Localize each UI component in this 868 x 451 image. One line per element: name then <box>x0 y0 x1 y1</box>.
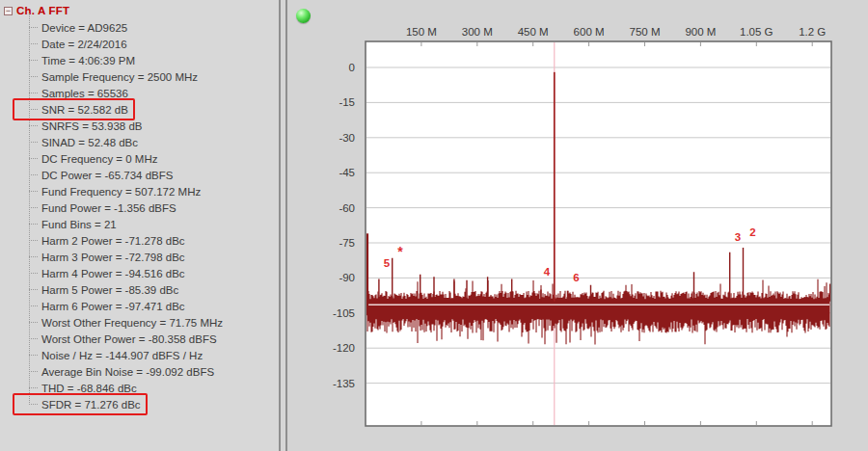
tree-connector <box>29 109 38 110</box>
tree-item[interactable]: Fund Frequency = 507.172 MHz <box>0 183 279 199</box>
x-axis-tick-label: 150 M <box>406 26 437 38</box>
x-axis-tick-label: 300 M <box>462 26 493 38</box>
panel-splitter[interactable] <box>279 0 287 451</box>
tree-item[interactable]: DC Frequency = 0 MHz <box>0 150 279 167</box>
tree-item[interactable]: SINAD = 52.48 dBc <box>0 134 279 150</box>
x-axis-tick-label: 450 M <box>518 26 549 38</box>
y-axis-tick-label: -120 <box>333 342 355 354</box>
fft-spectrum-chart[interactable]: 0-15-30-45-60-75-90-105-120-135150 M300 … <box>287 0 868 451</box>
tree-item[interactable]: Noise / Hz = -144.907 dBFS / Hz <box>0 347 279 363</box>
tree-item[interactable]: Harm 3 Power = -72.798 dBc <box>0 249 279 265</box>
plot-area <box>366 41 831 426</box>
tree-connector <box>29 93 38 93</box>
x-axis-tick-label: 1.2 G <box>799 26 826 38</box>
tree-connector <box>29 207 38 208</box>
tree-item-label: SINAD = 52.48 dBc <box>41 136 138 148</box>
tree-connector <box>29 355 38 356</box>
tree-collapse-icon[interactable]: − <box>4 7 13 15</box>
tree-item-label: Fund Frequency = 507.172 MHz <box>41 185 201 198</box>
y-axis-tick-label: -60 <box>339 202 355 214</box>
tree-item[interactable]: Time = 4:06:39 PM <box>0 52 279 68</box>
x-axis-tick-label: 600 M <box>574 26 605 38</box>
y-axis-tick-label: -135 <box>333 378 355 389</box>
tree-item-label: DC Frequency = 0 MHz <box>41 152 157 165</box>
tree-item[interactable]: Average Bin Noise = -99.092 dBFS <box>0 363 279 380</box>
harmonic-marker-label: 2 <box>749 226 755 238</box>
harmonic-marker-label: 4 <box>544 266 551 278</box>
tree-item-label: Average Bin Noise = -99.092 dBFS <box>41 365 214 378</box>
status-led-icon <box>296 9 311 23</box>
tree-item[interactable]: Date = 2/24/2016 <box>0 36 279 52</box>
tree-item[interactable]: SNR = 52.582 dB <box>0 101 279 118</box>
tree-item[interactable]: Device = AD9625 <box>0 19 279 36</box>
tree-item-label: Device = AD9625 <box>41 21 127 34</box>
tree-item[interactable]: Harm 6 Power = -97.471 dBc <box>0 298 279 314</box>
tree-connector <box>29 371 38 372</box>
tree-root-row: − Ch. A FFT <box>0 0 279 19</box>
tree-item-label: Harm 4 Power = -94.516 dBc <box>41 267 185 279</box>
tree-connector <box>29 273 38 274</box>
tree-connector <box>29 125 38 126</box>
highlight-box: SFDR = 71.276 dBc <box>13 393 148 415</box>
y-axis-tick-label: -75 <box>339 237 355 249</box>
tree-connector <box>29 60 38 61</box>
tree-connector <box>29 191 38 192</box>
tree-item-label: Harm 6 Power = -97.471 dBc <box>41 300 185 312</box>
tree-item[interactable]: Fund Power = -1.356 dBFS <box>0 199 279 216</box>
tree-item-label: Fund Power = -1.356 dBFS <box>41 201 176 214</box>
fft-results-panel: − Ch. A FFT Device = AD9625Date = 2/24/2… <box>0 0 279 451</box>
tree-item-label: Sample Frequency = 2500 MHz <box>41 70 198 83</box>
x-axis-tick-label: 1.05 G <box>740 26 773 38</box>
tree-connector <box>29 76 38 77</box>
tree-connector <box>29 404 38 405</box>
tree-item-label: Fund Bins = 21 <box>41 218 117 230</box>
tree-connector <box>29 305 38 306</box>
fft-analyzer-window: − Ch. A FFT Device = AD9625Date = 2/24/2… <box>0 0 868 451</box>
tree-connector <box>29 27 38 28</box>
y-axis-tick-label: 0 <box>349 62 355 73</box>
tree-item-label: SNRFS = 53.938 dB <box>41 119 143 132</box>
x-axis-tick-label: 750 M <box>630 26 661 38</box>
tree-connector <box>29 256 38 257</box>
tree-item[interactable]: Worst Other Power = -80.358 dBFS <box>0 331 279 347</box>
x-axis-tick-label: 900 M <box>685 26 716 38</box>
tree-connector <box>29 338 38 339</box>
harmonic-marker-label: * <box>397 244 403 259</box>
y-axis-tick-label: -30 <box>339 132 355 144</box>
tree-item-label: DC Power = -65.734 dBFS <box>41 169 173 181</box>
fft-chart-panel: 0-15-30-45-60-75-90-105-120-135150 M300 … <box>287 0 868 451</box>
y-axis-tick-label: -15 <box>339 96 355 108</box>
tree-connector <box>29 174 38 175</box>
tree-connector <box>29 158 38 159</box>
harmonic-marker-label: 6 <box>573 272 579 283</box>
highlight-box: SNR = 52.582 dB <box>13 98 135 120</box>
tree-connector <box>29 224 38 225</box>
tree-item[interactable]: Sample Frequency = 2500 MHz <box>0 68 279 85</box>
tree-item[interactable]: Harm 4 Power = -94.516 dBc <box>0 265 279 281</box>
tree-item-label: SNR = 52.582 dB <box>41 103 128 116</box>
fft-results-list: Device = AD9625Date = 2/24/2016Time = 4:… <box>0 19 279 412</box>
tree-connector <box>29 387 38 388</box>
tree-item[interactable]: Harm 2 Power = -71.278 dBc <box>0 232 279 249</box>
tree-item[interactable]: Harm 5 Power = -85.39 dBc <box>0 281 279 298</box>
tree-connector <box>29 289 38 290</box>
tree-item[interactable]: DC Power = -65.734 dBFS <box>0 167 279 183</box>
tree-item-label: Worst Other Power = -80.358 dBFS <box>41 332 217 345</box>
tree-item-label: Time = 4:06:39 PM <box>41 54 135 66</box>
tree-item-label: Harm 5 Power = -85.39 dBc <box>41 283 178 296</box>
tree-item[interactable]: SFDR = 71.276 dBc <box>0 396 279 412</box>
harmonic-marker-label: 3 <box>735 231 741 243</box>
fft-tree-root-label[interactable]: Ch. A FFT <box>16 5 69 16</box>
tree-item-label: Worst Other Frequency = 71.75 MHz <box>41 316 223 329</box>
tree-item-label: SFDR = 71.276 dBc <box>41 398 141 411</box>
tree-item[interactable]: Worst Other Frequency = 71.75 MHz <box>0 314 279 331</box>
tree-connector <box>29 322 38 323</box>
tree-item-label: Harm 2 Power = -71.278 dBc <box>41 234 185 247</box>
tree-item-label: Harm 3 Power = -72.798 dBc <box>41 251 185 263</box>
tree-item[interactable]: Fund Bins = 21 <box>0 216 279 232</box>
tree-connector <box>29 43 38 44</box>
tree-item-label: Noise / Hz = -144.907 dBFS / Hz <box>41 349 203 361</box>
y-axis-tick-label: -45 <box>339 167 355 178</box>
tree-item-label: Date = 2/24/2016 <box>41 38 127 50</box>
tree-connector <box>29 240 38 241</box>
